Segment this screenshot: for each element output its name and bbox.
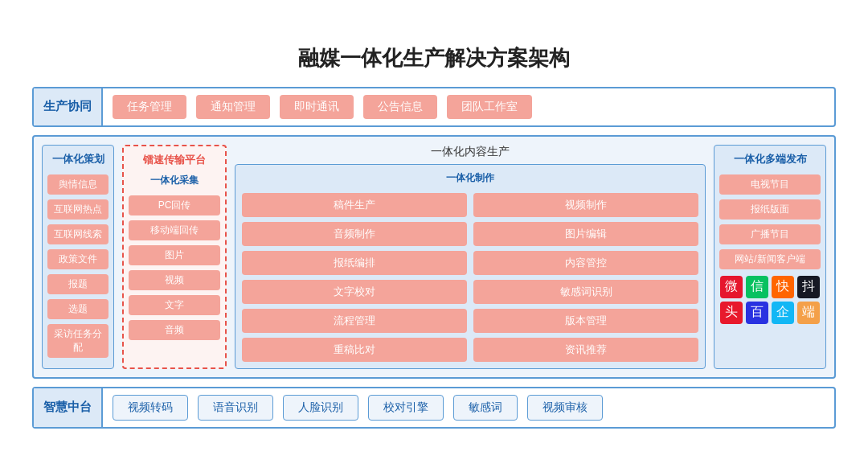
prod-right-1: 图片编辑 <box>473 222 698 246</box>
prod-left-3: 文字校对 <box>242 280 467 304</box>
coop-item-4: 团队工作室 <box>447 95 532 119</box>
publish-item-3: 网站/新闻客户端 <box>719 249 821 269</box>
publish-column: 一体化多端发布 电视节目 报纸版面 广播节目 网站/新闻客户端 微 信 快 抖 … <box>714 145 826 369</box>
publish-item-2: 广播节目 <box>719 224 821 244</box>
prod-right-2: 内容管控 <box>473 251 698 275</box>
transfer-title: 镭速传输平台 <box>143 153 206 167</box>
prod-right-4: 版本管理 <box>473 309 698 333</box>
kuaishou-icon: 快 <box>772 276 794 298</box>
social-icons: 微 信 快 抖 头 百 企 端 <box>719 276 821 324</box>
production-title: 一体化制作 <box>446 171 494 185</box>
plan-item-0: 舆情信息 <box>47 174 108 195</box>
coop-item-2: 即时通讯 <box>280 95 354 119</box>
production-cooperation-items: 任务管理 通知管理 即时通讯 公告信息 团队工作室 <box>103 88 834 125</box>
transfer-subtitle: 一体化采集 <box>150 174 199 187</box>
prod-right-5: 资讯推荐 <box>473 338 698 362</box>
main-container: 融媒一体化生产解决方案架构 生产协同 任务管理 通知管理 即时通讯 公告信息 团… <box>24 28 844 445</box>
plan-item-3: 政策文件 <box>47 249 108 269</box>
production-cooperation-row: 生产协同 任务管理 通知管理 即时通讯 公告信息 团队工作室 <box>32 87 836 127</box>
publish-item-1: 报纸版面 <box>719 199 821 220</box>
page-title: 融媒一体化生产解决方案架构 <box>32 44 836 72</box>
plan-item-4: 报题 <box>47 274 108 294</box>
production-cooperation-label: 生产协同 <box>34 88 103 125</box>
plan-title: 一体化策划 <box>52 152 104 166</box>
transfer-item-5: 音频 <box>129 320 220 340</box>
prod-left-1: 音频制作 <box>242 222 467 246</box>
app-icon: 端 <box>797 302 820 324</box>
transfer-item-3: 视频 <box>129 270 220 290</box>
qq-icon: 企 <box>772 302 794 324</box>
plan-column: 一体化策划 舆情信息 互联网热点 互联网线索 政策文件 报题 选题 采访任务分配 <box>42 145 114 369</box>
transfer-column: 镭速传输平台 一体化采集 PC回传 移动端回传 图片 视频 文字 音频 <box>122 145 227 369</box>
weibo-icon: 微 <box>720 276 743 298</box>
publish-item-0: 电视节目 <box>719 174 821 195</box>
plan-item-2: 互联网线索 <box>47 224 108 244</box>
production-right: 视频制作 图片编辑 内容管控 敏感词识别 版本管理 资讯推荐 <box>473 193 698 362</box>
transfer-item-1: 移动端回传 <box>129 220 220 240</box>
content-inner: 一体化制作 稿件生产 音频制作 报纸编排 文字校对 流程管理 重稿比对 视频制作 <box>235 164 706 369</box>
content-area-title: 一体化内容生产 <box>235 145 706 159</box>
smart-platform-label: 智慧中台 <box>34 388 103 427</box>
prod-right-0: 视频制作 <box>473 193 698 217</box>
prod-left-2: 报纸编排 <box>242 251 467 275</box>
coop-item-1: 通知管理 <box>196 95 270 119</box>
coop-item-3: 公告信息 <box>363 95 437 119</box>
prod-left-5: 重稿比对 <box>242 338 467 362</box>
prod-left-0: 稿件生产 <box>242 193 467 217</box>
publish-title: 一体化多端发布 <box>734 152 807 166</box>
main-content-area: 一体化策划 舆情信息 互联网热点 互联网线索 政策文件 报题 选题 采访任务分配… <box>32 135 836 379</box>
smart-platform-row: 智慧中台 视频转码 语音识别 人脸识别 校对引擎 敏感词 视频审核 <box>32 387 836 429</box>
transfer-item-4: 文字 <box>129 295 220 315</box>
tiktok-icon: 抖 <box>797 276 820 298</box>
baidu-icon: 百 <box>746 302 768 324</box>
transfer-item-0: PC回传 <box>129 195 220 215</box>
plan-item-5: 选题 <box>47 299 108 319</box>
smart-item-5: 视频审核 <box>527 395 603 421</box>
toutiao-icon: 头 <box>720 302 743 324</box>
plan-item-6: 采访任务分配 <box>47 324 108 358</box>
smart-item-0: 视频转码 <box>113 395 188 421</box>
wechat-icon: 信 <box>746 276 768 298</box>
smart-item-1: 语音识别 <box>198 395 273 421</box>
smart-item-2: 人脸识别 <box>283 395 358 421</box>
content-area: 一体化内容生产 一体化制作 稿件生产 音频制作 报纸编排 文字校对 流程管理 重… <box>235 145 706 369</box>
coop-item-0: 任务管理 <box>113 95 186 119</box>
smart-platform-items: 视频转码 语音识别 人脸识别 校对引擎 敏感词 视频审核 <box>103 388 834 427</box>
transfer-item-2: 图片 <box>129 245 220 265</box>
plan-item-1: 互联网热点 <box>47 199 108 220</box>
smart-item-3: 校对引擎 <box>368 395 444 421</box>
smart-item-4: 敏感词 <box>453 395 518 421</box>
prod-right-3: 敏感词识别 <box>473 280 698 304</box>
production-left: 稿件生产 音频制作 报纸编排 文字校对 流程管理 重稿比对 <box>242 193 467 362</box>
prod-left-4: 流程管理 <box>242 309 467 333</box>
